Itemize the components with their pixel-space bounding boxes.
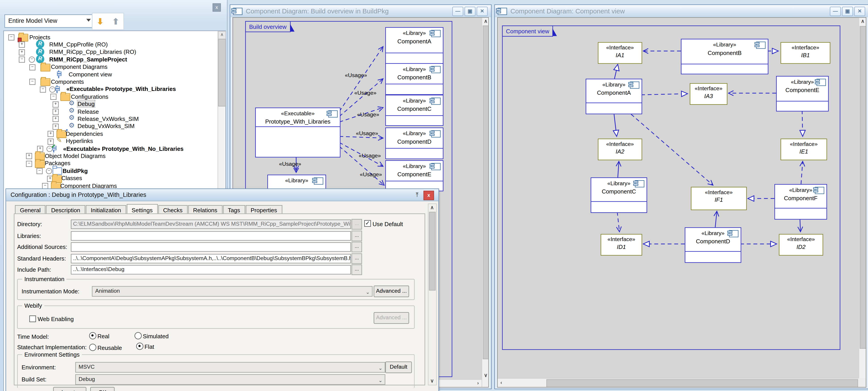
standard-headers-field[interactable]: ..\..\ComponentA\Debug\SubsystemAPkg\Sub…: [71, 254, 351, 263]
scroll-up-icon[interactable]: ∧: [859, 18, 866, 25]
panel-close-button[interactable]: x: [213, 3, 221, 11]
vertical-scrollbar[interactable]: ∧: [859, 18, 866, 378]
statechart-reusable-radio[interactable]: [89, 344, 96, 351]
tree-item[interactable]: +Object Model Diagrams: [4, 152, 217, 160]
unit-collapse-icon[interactable]: −: [49, 86, 55, 92]
horizontal-scrollbar[interactable]: ‹: [498, 378, 859, 387]
interface-node[interactable]: «Interface»IE1: [780, 139, 827, 160]
scroll-up-icon[interactable]: ∧: [482, 18, 489, 25]
component-node[interactable]: «Library»ComponentB: [385, 63, 443, 95]
tree-item[interactable]: +✎Hyperlinks: [4, 137, 217, 144]
scroll-up-icon[interactable]: ∧: [429, 204, 436, 211]
navigate-down-button[interactable]: ⬇: [97, 16, 104, 26]
standard-headers-browse-button[interactable]: ...: [351, 253, 362, 264]
tree-item[interactable]: −Configurations: [4, 93, 217, 100]
statechart-flat-radio[interactable]: [136, 343, 143, 350]
collapse-icon[interactable]: −: [42, 183, 48, 189]
tree-item[interactable]: −Projects: [4, 33, 217, 41]
collapse-icon[interactable]: −: [29, 64, 35, 70]
close-icon[interactable]: x: [424, 191, 434, 200]
component-node[interactable]: «Library»ComponentB: [681, 39, 768, 75]
tree-item[interactable]: +RRMM_CppProfile (RO): [4, 41, 217, 48]
component-diagram-canvas[interactable]: Component view «Interface»IA1«Library»Co…: [497, 17, 866, 388]
scrollbar-thumb[interactable]: [860, 26, 866, 349]
interface-node[interactable]: «Interface»IA3: [690, 83, 727, 105]
vertical-scrollbar[interactable]: ∧ ∨: [482, 18, 489, 387]
collapse-icon[interactable]: −: [19, 57, 25, 63]
libraries-field[interactable]: [71, 231, 351, 241]
collapse-icon[interactable]: −: [29, 79, 35, 85]
expand-icon[interactable]: +: [19, 49, 25, 55]
interface-node[interactable]: «Interface»IB1: [780, 42, 830, 64]
time-model-real-radio[interactable]: [89, 332, 96, 339]
model-view-selector[interactable]: Entire Model View: [4, 15, 93, 28]
dialog-titlebar[interactable]: Configuration : Debug in Prototype_With_…: [6, 189, 438, 201]
dialog-scrollbar[interactable]: ∧ ∨: [428, 203, 437, 385]
restore-button[interactable]: ▣: [842, 7, 853, 16]
collapse-icon[interactable]: −: [51, 94, 56, 100]
interface-node[interactable]: «Interface»ID2: [779, 234, 823, 256]
close-icon[interactable]: ✕: [477, 7, 488, 16]
tree-item[interactable]: −Components: [4, 78, 217, 85]
component-node[interactable]: «Library»ComponentA: [385, 27, 443, 64]
tree-item[interactable]: +⚙Debug: [4, 100, 217, 108]
component-node[interactable]: «Library»ComponentA: [586, 79, 642, 114]
build-set-combo[interactable]: Debug ⌄: [75, 374, 385, 385]
tree-item[interactable]: +−✓«Executable» Prototype_With_No_Librar…: [4, 145, 217, 152]
view-window-titlebar[interactable]: Component Diagram: Component view: [495, 5, 868, 17]
component-node[interactable]: «Library»ComponentF: [775, 184, 827, 220]
use-default-checkbox[interactable]: ✓: [364, 220, 371, 227]
webify-advanced-button[interactable]: Advanced ...: [374, 312, 409, 324]
instrumentation-mode-combo[interactable]: Animation ⌄: [92, 286, 373, 297]
restore-button[interactable]: ▣: [464, 7, 475, 16]
include-path-browse-button[interactable]: ...: [351, 264, 362, 275]
scrollbar-thumb[interactable]: [483, 26, 489, 359]
tree-item[interactable]: −−BuildPkg: [4, 167, 217, 174]
expand-icon[interactable]: +: [26, 153, 32, 159]
additional-sources-field[interactable]: [71, 242, 351, 252]
scroll-down-icon[interactable]: ∨: [482, 372, 489, 379]
environment-default-button[interactable]: Default: [385, 362, 412, 373]
tree-item[interactable]: +RRMM_RiCpp_Cpp_Libraries (RO): [4, 48, 217, 55]
time-model-simulated-radio[interactable]: [134, 332, 142, 339]
interface-node[interactable]: «Interface»ID1: [600, 234, 642, 256]
interface-node[interactable]: «Interface»IA2: [598, 139, 642, 160]
tree-item[interactable]: −Packages: [4, 160, 217, 167]
include-path-field[interactable]: ..\..\Interfaces\Debug: [71, 265, 351, 274]
environment-combo[interactable]: MSVC ⌄: [75, 362, 385, 372]
navigate-up-button[interactable]: ⬆: [112, 16, 119, 26]
ok-button[interactable]: OK: [90, 387, 115, 391]
tree-item[interactable]: +Classes: [4, 174, 217, 182]
interface-node[interactable]: «Interface»IF1: [691, 187, 747, 210]
tree-item[interactable]: −−RRMM_RiCpp_SampleProject: [4, 56, 217, 63]
collapse-icon[interactable]: −: [8, 34, 14, 40]
scroll-left-icon[interactable]: ‹: [498, 379, 505, 386]
expand-icon[interactable]: +: [53, 101, 59, 107]
expand-icon[interactable]: +: [53, 123, 59, 130]
directory-browse-button[interactable]: ...: [351, 219, 362, 229]
web-enabling-checkbox[interactable]: [29, 315, 36, 322]
libraries-browse-button[interactable]: ...: [351, 230, 362, 241]
tree-item[interactable]: −Component Diagrams: [4, 63, 217, 71]
tree-item[interactable]: +⚙Release_VxWorks_SIM: [4, 115, 217, 122]
component-node[interactable]: «Library»ComponentC: [591, 177, 647, 213]
expand-icon[interactable]: +: [37, 146, 43, 152]
expand-icon[interactable]: +: [53, 109, 59, 115]
unit-collapse-icon[interactable]: −: [46, 168, 52, 174]
component-node[interactable]: «Library»ComponentE: [776, 76, 829, 111]
component-node[interactable]: «Library»ComponentE: [385, 160, 443, 191]
tree-item[interactable]: +↗Dependencies: [4, 130, 217, 137]
expand-icon[interactable]: +: [19, 42, 25, 48]
collapse-icon[interactable]: −: [37, 168, 42, 174]
instrumentation-advanced-button[interactable]: Advanced ...: [374, 285, 409, 297]
minimize-button[interactable]: —: [830, 7, 841, 16]
scrollbar-thumb[interactable]: [546, 379, 858, 387]
close-icon[interactable]: ✕: [854, 7, 865, 16]
tree-item[interactable]: −−«Executable» Prototype_With_Libraries: [4, 85, 217, 93]
component-node[interactable]: «Executable»Prototype_With_Libraries: [255, 108, 340, 157]
interface-node[interactable]: «Interface»IA1: [598, 42, 642, 64]
expand-icon[interactable]: +: [48, 131, 54, 137]
pin-icon[interactable]: ⤒: [416, 192, 422, 198]
scroll-down-icon[interactable]: ∨: [429, 378, 436, 385]
tree-item[interactable]: Component view: [4, 71, 217, 78]
